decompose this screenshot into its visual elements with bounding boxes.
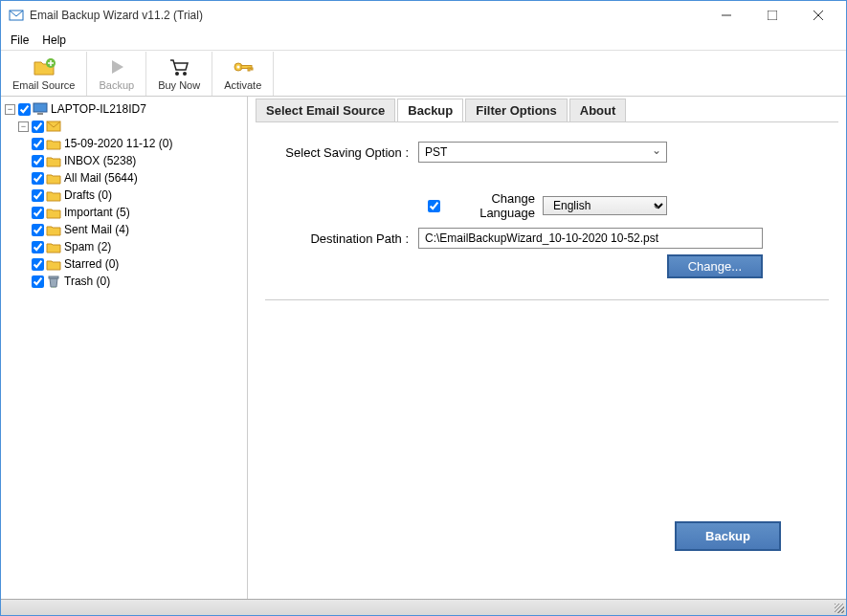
app-icon <box>9 8 24 23</box>
tree-label: LAPTOP-IL218ID7 <box>51 102 146 116</box>
tab-select-source[interactable]: Select Email Source <box>256 99 395 121</box>
minimize-button[interactable] <box>712 6 741 25</box>
change-language-checkbox[interactable] <box>428 200 440 212</box>
destination-input[interactable] <box>418 228 763 249</box>
tree-item[interactable]: Starred (0) <box>5 255 243 273</box>
main-panel: Select Email Source Backup Filter Option… <box>248 97 846 599</box>
tree-node[interactable]: − <box>5 118 243 135</box>
tree-checkbox[interactable] <box>32 138 44 150</box>
tree-checkbox[interactable] <box>32 189 44 202</box>
svg-rect-2 <box>768 11 777 20</box>
menu-help[interactable]: Help <box>42 33 66 47</box>
tree-label: Trash (0) <box>64 275 110 288</box>
toolbar-label: Activate <box>224 79 261 91</box>
tree-checkbox[interactable] <box>32 258 44 271</box>
window-title: Email Backup Wizard v11.2 (Trial) <box>30 9 712 22</box>
titlebar: Email Backup Wizard v11.2 (Trial) <box>1 1 846 30</box>
trash-icon <box>46 274 61 289</box>
folder-icon <box>46 222 61 237</box>
tree-label: Drafts (0) <box>64 188 112 202</box>
tree-item[interactable]: Drafts (0) <box>5 187 243 204</box>
tree-label: All Mail (5644) <box>64 171 138 185</box>
tree-label: 15-09-2020 11-12 (0) <box>64 137 172 150</box>
tab-about[interactable]: About <box>569 99 627 121</box>
tree-checkbox[interactable] <box>18 103 31 116</box>
tree-label: Sent Mail (4) <box>64 223 129 236</box>
toolbar-activate[interactable]: Activate <box>212 52 274 96</box>
folder-icon <box>46 205 61 220</box>
tree-root[interactable]: − LAPTOP-IL218ID7 <box>5 100 243 118</box>
tabs: Select Email Source Backup Filter Option… <box>256 97 838 121</box>
close-button[interactable] <box>804 6 833 25</box>
tree-label: INBOX (5238) <box>64 154 136 167</box>
tab-body: Select Saving Option : PST Change Langua… <box>256 121 838 599</box>
statusbar <box>1 599 846 615</box>
svg-point-6 <box>175 72 179 76</box>
menu-file[interactable]: File <box>11 33 29 47</box>
destination-label: Destination Path : <box>265 231 418 246</box>
tree-checkbox[interactable] <box>32 207 44 219</box>
language-select[interactable]: English <box>543 196 667 215</box>
change-language-label: Change Language <box>448 191 535 220</box>
toolbar-label: Buy Now <box>158 79 200 91</box>
toolbar: Email Source Backup Buy Now Activate <box>1 51 846 97</box>
tree-item[interactable]: Spam (2) <box>5 238 243 255</box>
tree-checkbox[interactable] <box>32 241 44 253</box>
folder-icon <box>46 153 61 168</box>
svg-rect-12 <box>251 68 253 70</box>
folder-plus-icon <box>33 56 56 77</box>
svg-rect-16 <box>49 276 58 278</box>
tree-item[interactable]: Important (5) <box>5 204 243 221</box>
separator <box>265 299 829 300</box>
backup-button[interactable]: Backup <box>675 521 781 551</box>
toolbar-backup[interactable]: Backup <box>87 52 146 96</box>
tree-item[interactable]: Sent Mail (4) <box>5 221 243 238</box>
svg-rect-13 <box>33 103 47 112</box>
tree-checkbox[interactable] <box>32 155 44 167</box>
toolbar-email-source[interactable]: Email Source <box>1 52 87 96</box>
collapse-icon[interactable]: − <box>5 104 15 115</box>
svg-point-7 <box>183 72 187 76</box>
saving-option-label: Select Saving Option : <box>265 145 418 160</box>
svg-rect-11 <box>248 68 250 71</box>
tree-checkbox[interactable] <box>32 172 44 185</box>
tab-backup[interactable]: Backup <box>397 99 463 122</box>
toolbar-buy-now[interactable]: Buy Now <box>146 52 212 96</box>
folder-icon <box>46 170 61 186</box>
tree-item[interactable]: Trash (0) <box>5 273 243 290</box>
tree-label: Spam (2) <box>64 240 111 253</box>
folder-tree: − LAPTOP-IL218ID7 − 15-09-2020 11-12 (0)… <box>1 97 248 599</box>
mailbox-icon <box>46 119 61 134</box>
tree-label: Starred (0) <box>64 257 119 271</box>
tree-label: Important (5) <box>64 206 130 219</box>
tree-item[interactable]: INBOX (5238) <box>5 152 243 169</box>
svg-point-9 <box>236 65 239 68</box>
key-icon <box>232 56 255 77</box>
collapse-icon[interactable]: − <box>18 121 29 132</box>
tree-checkbox[interactable] <box>32 224 44 236</box>
toolbar-label: Backup <box>99 79 134 91</box>
tree-item[interactable]: All Mail (5644) <box>5 169 243 187</box>
folder-icon <box>46 136 61 151</box>
computer-icon <box>33 101 48 117</box>
folder-icon <box>46 256 61 272</box>
tree-checkbox[interactable] <box>32 275 44 288</box>
play-icon <box>107 56 126 77</box>
cart-icon <box>167 56 190 77</box>
tree-checkbox[interactable] <box>32 121 44 133</box>
saving-option-select[interactable]: PST <box>418 142 667 163</box>
svg-rect-14 <box>37 113 43 115</box>
change-button[interactable]: Change... <box>667 254 763 278</box>
tree-item[interactable]: 15-09-2020 11-12 (0) <box>5 135 243 152</box>
folder-icon <box>46 187 61 203</box>
tab-filter-options[interactable]: Filter Options <box>465 99 568 121</box>
maximize-button[interactable] <box>758 6 787 25</box>
menubar: File Help <box>1 30 846 51</box>
folder-icon <box>46 239 61 254</box>
toolbar-label: Email Source <box>12 79 75 91</box>
